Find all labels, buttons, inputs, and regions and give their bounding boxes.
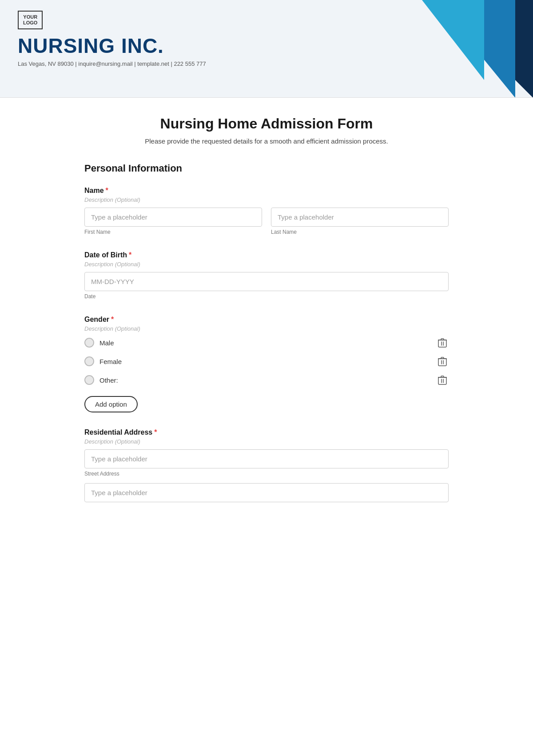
form-title: Nursing Home Admission Form <box>84 116 449 132</box>
add-option-label: Add option <box>95 400 127 408</box>
dob-field-block: Date of Birth* Description (Optional) Da… <box>84 251 449 300</box>
street-address-input[interactable] <box>84 449 449 468</box>
name-description: Description (Optional) <box>84 196 449 203</box>
dob-input-wrapper: Date <box>84 272 449 300</box>
gender-option-other: Other: <box>84 374 449 386</box>
dob-input[interactable] <box>84 272 449 291</box>
logo-box: YOUR LOGO <box>18 11 43 29</box>
gender-description: Description (Optional) <box>84 325 449 332</box>
gender-delete-male[interactable] <box>436 336 449 349</box>
gender-label-male: Male <box>99 339 114 347</box>
gender-option-female-left: Female <box>84 356 122 366</box>
page-header: YOUR LOGO NURSING INC. Las Vegas, NV 890… <box>0 0 533 98</box>
last-name-wrapper: Last Name <box>271 208 449 235</box>
street-address-sublabel: Street Address <box>84 471 449 477</box>
company-info: Las Vegas, NV 89030 | inquire@nursing.ma… <box>18 60 515 67</box>
last-name-sublabel: Last Name <box>271 229 449 235</box>
first-name-input[interactable] <box>84 208 262 227</box>
gender-label: Gender* <box>84 316 449 324</box>
gender-radio-male[interactable] <box>84 338 94 348</box>
logo-text-line2: LOGO <box>23 20 37 25</box>
form-subtitle: Please provide the requested details for… <box>84 137 449 145</box>
gender-option-male: Male <box>84 336 449 349</box>
address-field-block: Residential Address* Description (Option… <box>84 428 449 504</box>
logo-text-line1: YOUR <box>23 14 37 20</box>
dob-sublabel: Date <box>84 293 449 300</box>
address-line2-input[interactable] <box>84 483 449 502</box>
svg-rect-1 <box>438 359 446 366</box>
street-address-wrapper: Street Address <box>84 449 449 477</box>
address-label: Residential Address* <box>84 428 449 436</box>
dob-description: Description (Optional) <box>84 261 449 268</box>
add-option-button[interactable]: Add option <box>84 396 138 412</box>
gender-field-block: Gender* Description (Optional) Male Fema… <box>84 316 449 412</box>
gender-option-male-left: Male <box>84 338 114 348</box>
company-name: NURSING INC. <box>18 34 515 58</box>
address-description: Description (Optional) <box>84 438 449 445</box>
gender-delete-other[interactable] <box>436 374 449 386</box>
main-content: Nursing Home Admission Form Please provi… <box>67 98 466 547</box>
address-line2-wrapper <box>84 483 449 504</box>
first-name-wrapper: First Name <box>84 208 262 235</box>
section-personal-title: Personal Information <box>84 163 449 174</box>
last-name-input[interactable] <box>271 208 449 227</box>
dob-label: Date of Birth* <box>84 251 449 259</box>
name-input-row: First Name Last Name <box>84 208 449 235</box>
gender-delete-female[interactable] <box>436 355 449 368</box>
gender-option-female: Female <box>84 355 449 368</box>
svg-rect-2 <box>438 377 446 384</box>
gender-option-other-left: Other: <box>84 375 118 385</box>
name-label: Name* <box>84 187 449 195</box>
gender-radio-female[interactable] <box>84 356 94 366</box>
svg-rect-0 <box>438 340 446 347</box>
first-name-sublabel: First Name <box>84 229 262 235</box>
address-required-star: * <box>154 428 157 436</box>
gender-radio-other[interactable] <box>84 375 94 385</box>
gender-label-female: Female <box>99 358 122 365</box>
name-field-block: Name* Description (Optional) First Name … <box>84 187 449 235</box>
gender-required-star: * <box>111 316 114 323</box>
gender-label-other: Other: <box>99 376 118 384</box>
name-required-star: * <box>106 187 108 194</box>
dob-required-star: * <box>129 251 131 259</box>
